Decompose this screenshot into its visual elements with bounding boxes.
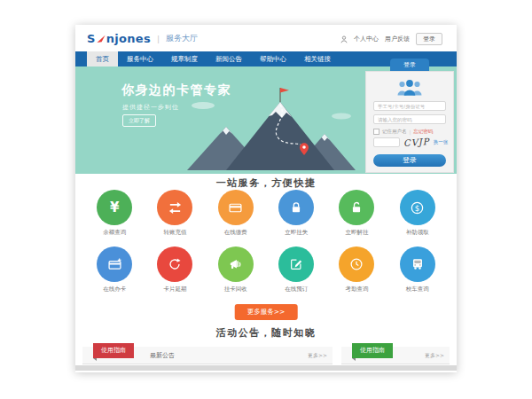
yen-icon: ¥ (110, 201, 119, 215)
password-input[interactable] (373, 114, 446, 124)
login-panel: 记住用户名 | 忘记密码 CVJP 换一张 登录 (365, 71, 454, 173)
service-label: 在线缴费 (224, 229, 247, 237)
remember-label: 记住用户名 (382, 129, 407, 135)
unlock-icon (349, 200, 364, 215)
clock-icon (349, 257, 364, 271)
users-icon (366, 77, 453, 100)
header: S njones | 服务大厅 个人中心 用户反馈 登录 (75, 25, 457, 51)
left-more-link[interactable]: 更多>> (308, 352, 327, 360)
footer-strip (75, 365, 457, 371)
services-grid: ¥ 余额查询 转账充值 (84, 190, 448, 303)
flag-icon (280, 88, 289, 93)
service-item-card-renew[interactable]: 卡片延期 (145, 246, 205, 293)
username-input[interactable] (373, 101, 446, 111)
service-item-subsidy[interactable]: $ 补助领取 (387, 190, 448, 237)
login-tab[interactable]: 登录 (390, 59, 429, 71)
more-services-button[interactable]: 更多服务>> (235, 304, 298, 320)
right-more-link[interactable]: 更多>> (425, 352, 444, 360)
nav-item-links[interactable]: 相关链接 (295, 51, 340, 66)
logo-divider: | (157, 35, 160, 43)
service-item-pay[interactable]: 在线缴费 (206, 190, 266, 237)
logo: S njones | 服务大厅 (87, 32, 198, 45)
remember-row: 记住用户名 | 忘记密码 (373, 129, 448, 135)
service-item-attendance[interactable]: 考勤查询 (326, 246, 387, 293)
captcha-row: CVJP 换一张 (373, 137, 448, 147)
service-item-balance[interactable]: ¥ 余额查询 (84, 190, 145, 237)
service-label: 补助领取 (406, 229, 429, 237)
guide-panel-left: 使用指南 最新公告 更多>> (82, 347, 332, 364)
person-icon (340, 35, 348, 43)
transfer-icon (168, 200, 183, 215)
card-icon (228, 200, 243, 215)
nav-item-rules[interactable]: 规章制度 (162, 51, 207, 66)
service-label: 立即挂失 (285, 229, 308, 237)
nav-item-home[interactable]: 首页 (87, 51, 118, 66)
service-label: 卡片延期 (163, 286, 186, 293)
logo-product-name: 服务大厅 (166, 33, 198, 44)
service-label: 转账充值 (163, 229, 186, 237)
forgot-password-link[interactable]: 忘记密码 (413, 129, 433, 135)
hero-subtitle: 提供捷径一步到位 (122, 103, 179, 112)
divider: | (410, 129, 411, 135)
megaphone-icon (228, 257, 243, 272)
logo-text-suffix: njones (106, 32, 151, 45)
service-label: 立即解挂 (345, 229, 368, 237)
guide-panel-right: 使用指南 更多>> (341, 347, 450, 364)
service-item-report-loss[interactable]: 立即挂失 (266, 190, 326, 237)
nav-item-help[interactable]: 帮助中心 (251, 51, 295, 66)
service-item-school-bus[interactable]: 校车查询 (387, 246, 448, 293)
renew-icon (168, 257, 182, 271)
logo-arrow-icon (97, 35, 106, 43)
announcements-section-title: 活动公告，随时知晓 (75, 326, 457, 340)
latest-announcements-tab[interactable]: 最新公告 (150, 351, 175, 360)
header-actions: 个人中心 用户反馈 登录 (340, 33, 442, 45)
service-label: 校车查询 (406, 286, 429, 293)
service-label: 在线办卡 (103, 286, 126, 293)
lock-icon (289, 200, 303, 215)
left-ribbon-tab[interactable]: 使用指南 (93, 343, 134, 358)
coin-icon: $ (410, 200, 425, 215)
right-ribbon-tab[interactable]: 使用指南 (352, 343, 393, 358)
svg-text:$: $ (415, 203, 419, 212)
service-label: 考勤查询 (345, 286, 368, 293)
captcha-image: CVJP (403, 137, 430, 148)
service-item-new-card[interactable]: 在线办卡 (84, 246, 145, 293)
mountain-illustration (180, 86, 357, 174)
service-item-transfer[interactable]: 转账充值 (145, 190, 205, 237)
cloud-shape (332, 113, 351, 120)
page: S njones | 服务大厅 个人中心 用户反馈 登录 首页 服务中心 规章制… (75, 25, 457, 372)
header-login-button[interactable]: 登录 (416, 33, 442, 45)
cloud-shape (192, 102, 215, 109)
login-submit-button[interactable]: 登录 (373, 154, 446, 167)
user-center-link[interactable]: 个人中心 (354, 35, 379, 43)
service-item-unfreeze[interactable]: 立即解挂 (326, 190, 387, 237)
nav-item-news[interactable]: 新闻公告 (207, 51, 251, 66)
captcha-input[interactable] (373, 137, 400, 147)
service-label: 在线预订 (285, 286, 308, 293)
feedback-link[interactable]: 用户反馈 (385, 35, 410, 43)
nav-item-service-center[interactable]: 服务中心 (118, 51, 162, 66)
service-label: 余额查询 (103, 229, 126, 237)
card-plus-icon (107, 257, 122, 272)
logo-text-prefix: S (87, 32, 96, 45)
bus-icon (411, 257, 425, 271)
service-label: 挂卡回收 (224, 286, 247, 293)
remember-checkbox[interactable] (373, 129, 379, 135)
hero-cta-button[interactable]: 立即了解 (122, 114, 156, 127)
services-section-title: 一站服务，方便快捷 (75, 176, 457, 190)
captcha-refresh-link[interactable]: 换一张 (434, 139, 449, 145)
service-item-booking[interactable]: 在线预订 (266, 246, 326, 293)
service-item-card-recycle[interactable]: 挂卡回收 (206, 246, 266, 293)
edit-icon (289, 257, 303, 271)
